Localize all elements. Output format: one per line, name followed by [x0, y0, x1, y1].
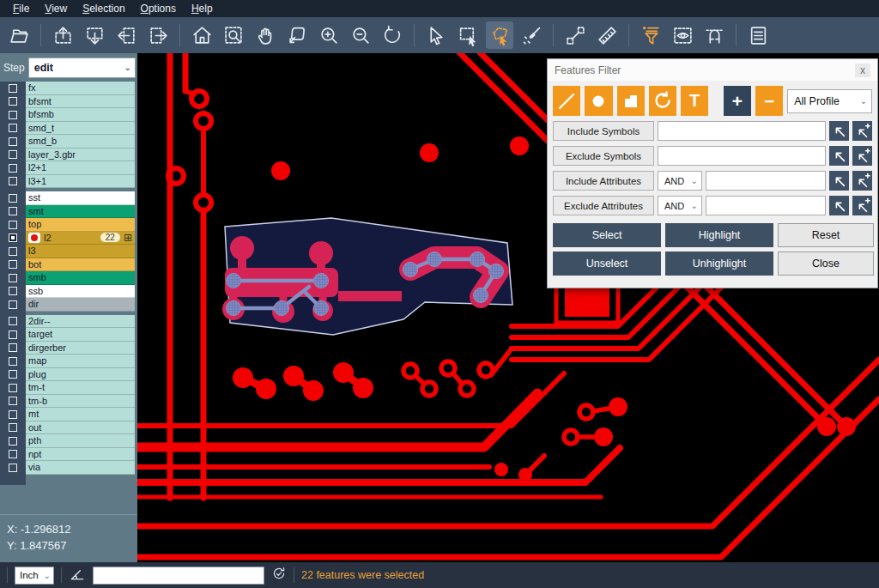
include-attributes-button[interactable]: Include Attributes [553, 171, 654, 191]
layer-item[interactable]: smd_t [26, 122, 135, 136]
line-feature-icon[interactable] [553, 86, 580, 116]
step-select[interactable]: edit⌄ [28, 58, 136, 78]
layer-visibility-checkbox[interactable] [9, 233, 17, 242]
layer-item[interactable]: smt [26, 205, 135, 219]
grid-icon[interactable]: ⊞ [124, 232, 132, 244]
close-button[interactable]: Close [778, 252, 874, 276]
layer-item[interactable]: smd_b [26, 135, 135, 149]
layer-item[interactable]: l2+1 [26, 161, 135, 175]
angle-measure-icon[interactable] [69, 565, 86, 585]
exclude-symbols-input[interactable] [658, 146, 826, 166]
layer-visibility-checkbox[interactable] [9, 343, 17, 352]
refresh-check-icon[interactable] [271, 566, 287, 585]
layer-visibility-checkbox[interactable] [9, 423, 17, 432]
pan-hand-icon[interactable] [252, 21, 279, 49]
exclude-attributes-op-select[interactable]: AND⌄ [658, 196, 702, 215]
layer-visibility-checkbox[interactable] [9, 464, 17, 472]
layer-visibility-checkbox[interactable] [9, 207, 17, 215]
include-attributes-op-select[interactable]: AND⌄ [658, 171, 702, 191]
layer-visibility-checkbox[interactable] [9, 330, 17, 339]
menu-help[interactable]: Help [184, 1, 221, 16]
reset-button[interactable]: Reset [778, 223, 874, 247]
text-feature-icon[interactable]: T [681, 86, 708, 116]
menu-file[interactable]: File [5, 1, 37, 16]
menu-view[interactable]: View [37, 1, 75, 16]
view-options-icon[interactable] [669, 21, 696, 49]
layer-item[interactable]: pth [26, 434, 135, 448]
add-filter-icon[interactable]: + [724, 86, 751, 116]
surface-feature-icon[interactable] [617, 86, 645, 116]
include-symbols-button[interactable]: Include Symbols [553, 121, 654, 141]
layer-item[interactable]: out [26, 421, 135, 435]
remove-filter-icon[interactable]: − [755, 86, 783, 116]
snap-icon[interactable] [700, 21, 728, 49]
open-file-icon[interactable] [5, 21, 33, 49]
unhighlight-button[interactable]: Unhighlight [665, 252, 773, 276]
layer-visibility-checkbox[interactable] [9, 397, 17, 405]
profile-select[interactable]: All Profile⌄ [787, 89, 872, 113]
unselect-button[interactable]: Unselect [553, 252, 661, 276]
layer-visibility-checkbox[interactable] [9, 150, 17, 159]
pan-left-icon[interactable] [112, 21, 140, 49]
pick-symbol-icon[interactable] [829, 146, 849, 166]
exclude-attributes-button[interactable]: Exclude Attributes [553, 196, 654, 215]
exclude-attributes-input[interactable] [706, 196, 826, 215]
pan-right-icon[interactable] [144, 21, 172, 49]
pan-down-icon[interactable] [81, 21, 108, 49]
pick-attribute-icon[interactable] [829, 196, 849, 215]
zoom-area-icon[interactable] [220, 21, 247, 49]
layer-visibility-checkbox[interactable] [9, 274, 17, 282]
layer-visibility-checkbox[interactable] [9, 194, 17, 203]
pick-add-attribute-icon[interactable] [852, 171, 872, 191]
layer-visibility-checkbox[interactable] [9, 437, 17, 446]
polygon-select-icon[interactable] [486, 21, 513, 49]
layer-item[interactable]: tm-b [26, 395, 135, 409]
layer-item[interactable]: ssb [26, 285, 135, 299]
layer-visibility-checkbox[interactable] [9, 124, 17, 132]
layer-visibility-checkbox[interactable] [9, 97, 17, 106]
layer-visibility-checkbox[interactable] [9, 357, 17, 366]
layer-item[interactable]: l3 [26, 245, 135, 258]
layer-visibility-checkbox[interactable] [9, 247, 17, 256]
layer-visibility-checkbox[interactable] [9, 137, 17, 146]
layer-item[interactable]: dir [26, 298, 135, 312]
pick-add-symbol-icon[interactable] [852, 146, 872, 166]
exclude-symbols-button[interactable]: Exclude Symbols [553, 146, 654, 166]
layer-visibility-checkbox[interactable] [9, 370, 17, 379]
layer-item[interactable]: bfsmb [26, 108, 135, 122]
rectangle-select-icon[interactable] [454, 21, 482, 49]
menu-selection[interactable]: Selection [75, 1, 132, 16]
include-symbols-input[interactable] [658, 121, 826, 141]
clean-brush-icon[interactable] [518, 21, 545, 49]
pick-symbol-icon[interactable] [829, 121, 849, 141]
layer-item[interactable]: smb [26, 271, 135, 285]
layer-item[interactable]: l3+1 [26, 175, 135, 189]
pan-up-icon[interactable] [49, 21, 76, 49]
layer-item[interactable]: plug [26, 368, 135, 382]
layer-visibility-checkbox[interactable] [9, 317, 17, 325]
layer-item[interactable]: sst [26, 191, 135, 205]
layer-item[interactable]: npt [26, 448, 135, 462]
layer-item[interactable]: tm-t [26, 381, 135, 395]
layer-item[interactable]: mt [26, 408, 135, 421]
layer-item[interactable]: map [26, 355, 135, 368]
layer-visibility-checkbox[interactable] [9, 300, 17, 309]
include-attributes-input[interactable] [706, 171, 826, 191]
layer-item[interactable]: layer_3.gbr [26, 149, 135, 162]
layer-visibility-checkbox[interactable] [9, 410, 17, 419]
pick-add-attribute-icon[interactable] [852, 196, 872, 215]
measure-icon[interactable] [561, 21, 589, 49]
zoom-in-icon[interactable] [315, 21, 343, 49]
pad-feature-icon[interactable] [585, 86, 612, 116]
layer-item[interactable]: fx [26, 82, 135, 95]
layer-item[interactable]: via [26, 461, 135, 475]
layer-item[interactable]: target [26, 328, 135, 342]
layer-visibility-checkbox[interactable] [9, 384, 17, 392]
layer-item[interactable]: dirgerber [26, 342, 135, 355]
layer-visibility-checkbox[interactable] [9, 260, 17, 269]
units-select[interactable]: Inch⌄ [15, 567, 54, 585]
zoom-selection-icon[interactable] [283, 21, 311, 49]
layer-visibility-checkbox[interactable] [9, 111, 17, 119]
close-icon[interactable]: x [855, 64, 870, 77]
layer-item[interactable]: 2dir-- [26, 315, 135, 329]
